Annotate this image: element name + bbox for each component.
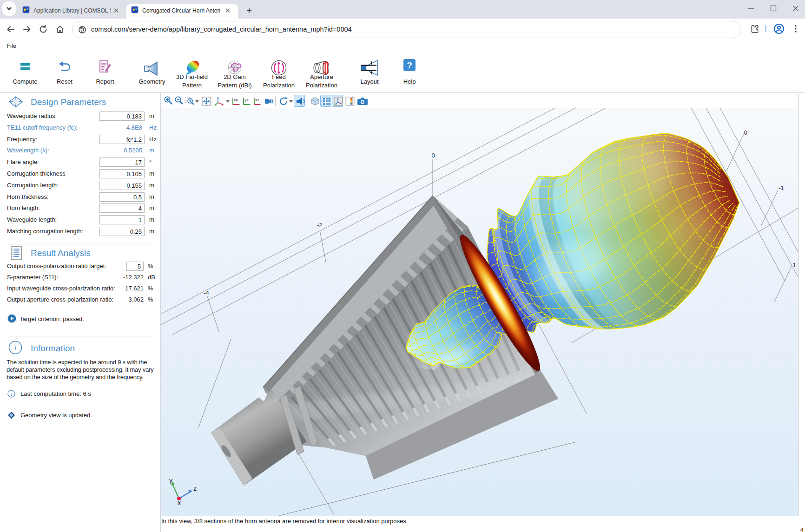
svg-text:-4: -4 [204,289,209,296]
svg-text:1: 1 [792,262,796,269]
svg-text:0: 0 [431,152,435,159]
svg-text:i: i [14,343,17,352]
svg-text:z: z [193,485,197,492]
svg-text:x: x [178,499,181,506]
svg-text:0: 0 [744,129,747,136]
svg-text:-2: -2 [317,222,323,229]
svg-text:-1: -1 [779,184,784,191]
svg-text:y: y [169,477,172,484]
svg-text:i: i [11,392,12,397]
svg-text:?: ? [407,60,412,70]
